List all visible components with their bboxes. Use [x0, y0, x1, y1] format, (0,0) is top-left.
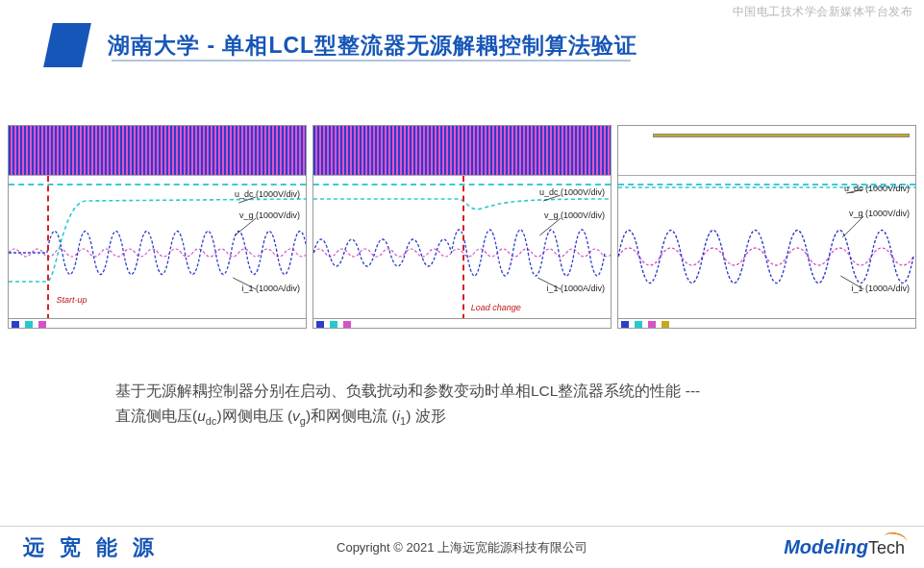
- footer-logo-main: Modeling: [784, 536, 868, 557]
- oscilloscope-chart-startup: Tek Run Start-up u_dc (1000V/div) v_g (1…: [8, 125, 307, 329]
- event-marker-loadchange: [462, 176, 464, 329]
- footer-copyright: Copyright © 2021 上海远宽能源科技有限公司: [337, 539, 587, 556]
- desc-var-udc: u: [197, 407, 206, 424]
- chart-upper-strip: [618, 126, 915, 176]
- event-label-loadchange: Load change: [471, 303, 521, 312]
- footer-logo-sub: Tech: [868, 538, 905, 557]
- watermark-text: 中国电工技术学会新媒体平台发布: [733, 4, 913, 20]
- signal-label-udc: u_dc (1000V/div): [235, 189, 300, 199]
- desc-frag: ) 波形: [406, 407, 445, 424]
- chart-upper-strip: [9, 126, 306, 176]
- title-accent-block: [43, 23, 91, 67]
- desc-sub: dc: [206, 415, 217, 427]
- signal-label-vg: v_g (1000V/div): [239, 210, 300, 220]
- desc-frag: )网侧电压 (: [216, 407, 292, 424]
- desc-frag: 直流侧电压(: [115, 407, 197, 424]
- chart-lower-area: Start-up u_dc (1000V/div) v_g (1000V/div…: [9, 176, 306, 329]
- signal-label-udc: u_dc (1000V/div): [844, 184, 910, 193]
- chart-upper-strip: [313, 126, 611, 176]
- description-line1: 基于无源解耦控制器分别在启动、负载扰动和参数变动时单相LCL整流器系统的性能 -…: [115, 379, 847, 404]
- description-text: 基于无源解耦控制器分别在启动、负载扰动和参数变动时单相LCL整流器系统的性能 -…: [115, 379, 847, 431]
- charts-row: Tek Run Start-up u_dc (1000V/div) v_g (1…: [8, 125, 916, 329]
- oscilloscope-chart-paramvar: Tek Run u_dc (1000V/div) v_g (1000V/div)…: [617, 125, 916, 329]
- footer-bar: 远宽能源 Copyright © 2021 上海远宽能源科技有限公司 Model…: [0, 526, 924, 568]
- chart-lower-area: Load change u_dc (1000V/div) v_g (1000V/…: [313, 176, 611, 329]
- desc-var-vg: v: [292, 407, 300, 424]
- footer-brand: 远宽能源: [23, 533, 169, 562]
- chart-footer-legend: [313, 318, 611, 329]
- title-underline: [112, 60, 631, 62]
- signal-label-i1: i_1 (1000A/div): [851, 284, 910, 293]
- signal-label-udc: u_dc (1000V/div): [539, 187, 605, 197]
- chart-footer-legend: [618, 318, 915, 329]
- waveforms-svg: [618, 176, 915, 329]
- chart-lower-area: u_dc (1000V/div) v_g (1000V/div) i_1 (10…: [618, 176, 915, 329]
- oscilloscope-chart-loadchange: Tek Run Load change u_dc (1000V/div) v_g…: [312, 125, 612, 329]
- page-title: 湖南大学 - 单相LCL型整流器无源解耦控制算法验证: [108, 31, 637, 61]
- desc-frag: )和网侧电流 (: [306, 407, 397, 424]
- signal-label-i1: i_1 (1000A/div): [546, 284, 605, 293]
- event-label-startup: Start-up: [56, 295, 87, 305]
- signal-label-i1: i_1 (1000A/div): [241, 284, 300, 293]
- description-line2: 直流侧电压(udc)网侧电压 (vg)和网侧电流 (i1) 波形: [115, 404, 847, 431]
- chart-footer-legend: [9, 318, 306, 329]
- event-marker-startup: [47, 176, 49, 329]
- signal-label-vg: v_g (1000V/div): [849, 209, 910, 218]
- signal-label-vg: v_g (1000V/div): [544, 210, 605, 220]
- yellow-status-bar: [653, 134, 910, 137]
- footer-logo: ModelingTech: [784, 536, 905, 558]
